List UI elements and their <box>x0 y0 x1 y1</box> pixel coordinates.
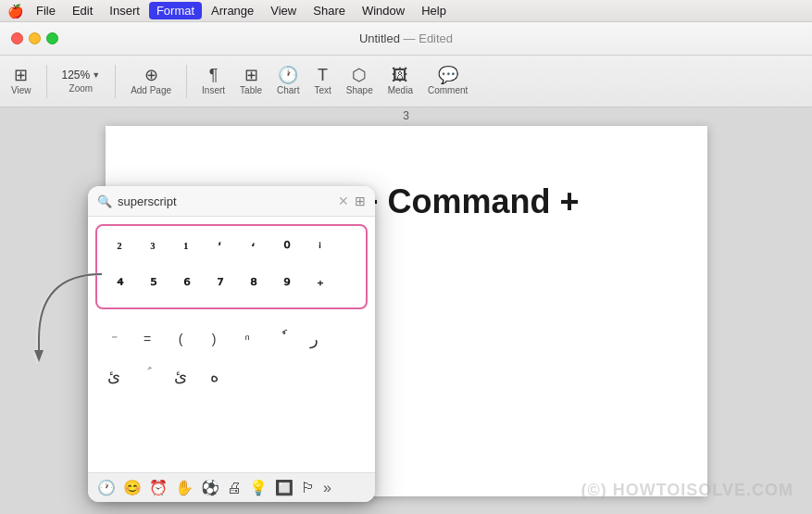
menu-edit[interactable]: Edit <box>65 2 100 19</box>
fullscreen-button[interactable] <box>46 32 58 44</box>
emoji-superscript-9[interactable]: ⁹ <box>269 269 303 302</box>
emoji-extra-results: ⁻ = ( ) ⁿ ٗ ر ئ ؑ ئ ه <box>88 317 375 398</box>
shape-icon: ⬡ <box>352 67 367 83</box>
menu-insert[interactable]: Insert <box>102 2 147 19</box>
search-clear-icon[interactable]: ✕ <box>338 194 349 208</box>
toolbar: ⊞ View 125% ▼ Zoom ⊕ Add Page ¶ Insert ⊞… <box>0 56 812 107</box>
emoji-extra-row-1: ⁻ = ( ) ⁿ ٗ ر <box>97 320 366 357</box>
text-label: Text <box>314 85 331 95</box>
toolbar-comment[interactable]: 💬 Comment <box>428 67 468 95</box>
emoji-arabic-6[interactable]: ه <box>197 359 231 393</box>
emoji-superscript-backtick[interactable]: ʻ <box>236 232 269 265</box>
insert-label: Insert <box>202 85 225 95</box>
zoom-chevron-icon: ▼ <box>92 70 100 80</box>
search-icon: 🔍 <box>97 194 112 208</box>
table-icon: ⊞ <box>244 67 258 83</box>
toolbar-add-page[interactable]: ⊕ Add Page <box>131 67 171 95</box>
toolbar-view[interactable]: ⊞ View <box>11 67 31 95</box>
toolbar-media[interactable]: 🖼 Media <box>388 67 413 95</box>
emoji-superscript-8[interactable]: ⁸ <box>236 269 269 302</box>
menu-share[interactable]: Share <box>306 2 353 19</box>
emoji-superscript-0[interactable]: ⁰ <box>269 232 303 265</box>
emoji-search-bar: 🔍 ✕ ⊞ <box>88 186 375 217</box>
media-icon: 🖼 <box>392 67 408 83</box>
emoji-results-row-2: ⁴ ⁵ ⁶ ⁷ ⁸ ⁹ ⁺ <box>99 267 364 304</box>
emoji-superscript-close-paren[interactable]: ) <box>197 322 231 356</box>
emoji-arabic-2[interactable]: ر <box>297 322 331 356</box>
toolbar-divider-2 <box>115 65 116 98</box>
window-title: Untitled — Edited <box>359 31 453 45</box>
toolbar-zoom[interactable]: 125% ▼ Zoom <box>62 69 101 94</box>
emoji-picker-popup: 🔍 ✕ ⊞ ² ³ ¹ ʹ ʻ ⁰ ⁱ ⁴ ⁵ ⁶ <box>88 186 375 502</box>
emoji-people-icon[interactable]: ✋ <box>175 479 194 496</box>
emoji-grid-toggle-icon[interactable]: ⊞ <box>355 194 366 208</box>
emoji-arabic-1[interactable]: ٗ <box>264 322 297 356</box>
emoji-results-row-1: ² ³ ¹ ʹ ʻ ⁰ ⁱ <box>99 230 364 267</box>
emoji-extra-row-2: ئ ؑ ئ ه <box>97 357 366 395</box>
emoji-bottom-bar: 🕐 😊 ⏰ ✋ ⚽ 🖨 💡 🔲 🏳 » <box>88 472 375 502</box>
window: Untitled — Edited ⊞ View 125% ▼ Zoom ⊕ A… <box>0 22 812 514</box>
toolbar-divider-3 <box>186 65 187 98</box>
chart-label: Chart <box>277 85 299 95</box>
emoji-superscript-1[interactable]: ¹ <box>169 232 203 265</box>
toolbar-insert[interactable]: ¶ Insert <box>202 67 225 95</box>
menu-format[interactable]: Format <box>149 2 202 19</box>
titlebar: Untitled — Edited <box>0 22 812 56</box>
apple-menu-icon[interactable]: 🍎 <box>7 4 23 19</box>
page-number: 3 <box>403 109 409 122</box>
emoji-arabic-4[interactable]: ؑ <box>131 359 164 393</box>
zoom-label: Zoom <box>69 83 94 94</box>
menu-arrange[interactable]: Arrange <box>204 2 261 19</box>
emoji-superscript-i[interactable]: ⁱ <box>303 232 336 265</box>
comment-icon: 💬 <box>438 67 458 83</box>
chart-icon: 🕐 <box>278 67 298 83</box>
add-page-icon: ⊕ <box>144 67 158 83</box>
emoji-sports-icon[interactable]: ⚽ <box>201 479 219 496</box>
emoji-more-icon[interactable]: » <box>323 480 331 496</box>
toolbar-text[interactable]: T Text <box>314 67 331 95</box>
close-button[interactable] <box>11 32 23 44</box>
menu-view[interactable]: View <box>263 2 304 19</box>
document-area: 3 Use Control + Command + Space Bar 🔍 ✕ … <box>0 107 812 514</box>
emoji-superscript-3[interactable]: ³ <box>136 232 169 265</box>
traffic-lights <box>11 32 58 44</box>
emoji-superscript-6[interactable]: ⁶ <box>169 269 203 302</box>
emoji-symbols-icon[interactable]: 💡 <box>249 479 268 496</box>
toolbar-table[interactable]: ⊞ Table <box>240 67 262 95</box>
view-icon: ⊞ <box>14 67 28 83</box>
emoji-activities-icon[interactable]: ⏰ <box>149 479 168 496</box>
toolbar-shape[interactable]: ⬡ Shape <box>346 67 373 95</box>
emoji-recent-icon[interactable]: 🕐 <box>97 479 116 496</box>
emoji-superscript-5[interactable]: ⁵ <box>136 269 169 302</box>
emoji-superscript-equals[interactable]: = <box>131 322 164 356</box>
emoji-objects-icon[interactable]: 🖨 <box>227 480 242 496</box>
minimize-button[interactable] <box>29 32 41 44</box>
menu-file[interactable]: File <box>29 2 63 19</box>
toolbar-chart[interactable]: 🕐 Chart <box>277 67 299 95</box>
emoji-arabic-5[interactable]: ئ <box>164 359 197 393</box>
emoji-grid-icon[interactable]: 🔲 <box>275 479 294 496</box>
menu-help[interactable]: Help <box>414 2 454 19</box>
view-label: View <box>11 85 31 95</box>
emoji-superscript-plus[interactable]: ⁺ <box>303 269 336 302</box>
emoji-superscript-prime[interactable]: ʹ <box>203 232 236 265</box>
emoji-smileys-icon[interactable]: 😊 <box>123 479 142 496</box>
emoji-spacer <box>88 398 375 472</box>
emoji-superscript-open-paren[interactable]: ( <box>164 322 197 356</box>
comment-label: Comment <box>428 85 468 95</box>
toolbar-divider-1 <box>46 65 47 98</box>
emoji-results-section: ² ³ ¹ ʹ ʻ ⁰ ⁱ ⁴ ⁵ ⁶ ⁷ ⁸ ⁹ ⁺ <box>95 224 368 309</box>
arrow-annotation <box>28 265 120 380</box>
media-label: Media <box>388 85 413 95</box>
menubar: 🍎 File Edit Insert Format Arrange View S… <box>0 0 812 22</box>
emoji-superscript-7[interactable]: ⁷ <box>203 269 236 302</box>
zoom-value[interactable]: 125% <box>62 69 91 81</box>
emoji-superscript-2[interactable]: ² <box>103 232 136 265</box>
menu-window[interactable]: Window <box>355 2 412 19</box>
emoji-flags-icon[interactable]: 🏳 <box>301 480 316 496</box>
shape-label: Shape <box>346 85 373 95</box>
emoji-search-input[interactable] <box>118 194 332 208</box>
emoji-superscript-n[interactable]: ⁿ <box>231 322 264 356</box>
insert-icon: ¶ <box>209 67 219 83</box>
add-page-label: Add Page <box>131 85 171 95</box>
